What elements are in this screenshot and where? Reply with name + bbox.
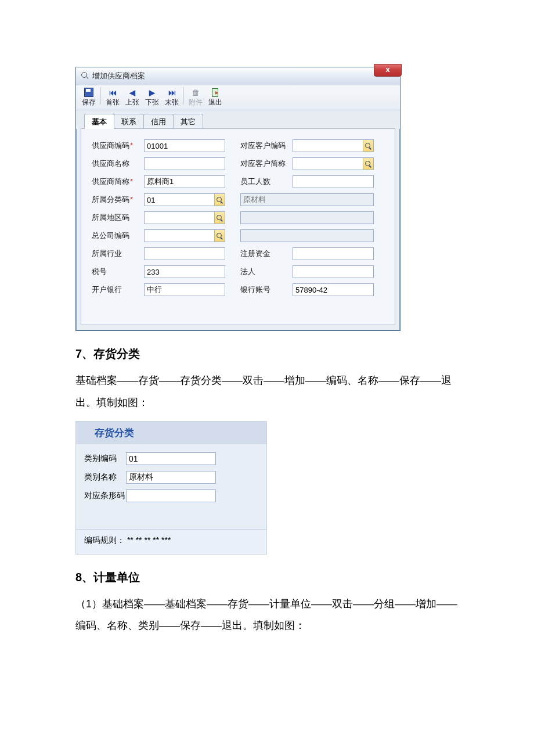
last-icon: ⏭ — [167, 88, 176, 97]
paragraph-8: （1）基础档案——基础档案——存货——计量单位——双击——分组——增加——编码、… — [75, 593, 459, 638]
industry-label: 所属行业 — [92, 249, 144, 259]
dialog-title: 增加供应商档案 — [92, 71, 145, 81]
barcode-label: 对应条形码 — [84, 491, 126, 501]
cat-code-label: 所属分类码 — [92, 195, 144, 205]
hq-code-input[interactable] — [144, 229, 225, 242]
heading-8: 8、计量单位 — [75, 570, 459, 585]
cust-code-label: 对应客户编码 — [240, 141, 293, 151]
paragraph-7: 基础档案——存货——存货分类——双击——增加——编码、名称——保存——退出。填制… — [75, 370, 459, 414]
cat-name-label: 类别名称 — [84, 472, 126, 483]
first-icon: ⏮ — [108, 88, 117, 97]
lookup-icon[interactable] — [214, 212, 225, 224]
exit-icon — [211, 88, 220, 97]
tab-credit[interactable]: 信用 — [143, 114, 174, 129]
code-rule: 编码规则： ** ** ** ** *** — [76, 529, 266, 554]
legal-input[interactable] — [293, 265, 374, 278]
legal-label: 法人 — [240, 267, 293, 277]
cat-name-input[interactable]: 原材料 — [126, 471, 216, 484]
hq-name-display — [240, 229, 374, 242]
prev-button[interactable]: ◀ 上张 — [123, 87, 142, 109]
staff-input[interactable] — [293, 175, 374, 188]
region-code-input[interactable] — [144, 211, 225, 224]
vendor-code-input[interactable]: 01001 — [144, 139, 225, 152]
toolbar-sep — [183, 87, 184, 105]
tab-row: 基本 联系 信用 其它 — [76, 110, 400, 129]
hq-code-label: 总公司编码 — [92, 231, 144, 241]
staff-label: 员工人数 — [240, 177, 293, 187]
save-icon — [84, 88, 93, 97]
heading-7: 7、存货分类 — [75, 346, 459, 362]
vendor-name-label: 供应商名称 — [92, 159, 144, 169]
industry-input[interactable] — [144, 247, 225, 260]
attach-icon: 🗑 — [191, 88, 200, 97]
tab-contact[interactable]: 联系 — [114, 114, 144, 129]
vendor-short-label: 供应商简称 — [92, 177, 144, 187]
tab-other[interactable]: 其它 — [173, 114, 203, 129]
region-code-label: 所属地区码 — [92, 213, 144, 223]
acct-label: 银行账号 — [240, 285, 293, 295]
cat-code-label: 类别编码 — [84, 453, 126, 464]
next-icon: ▶ — [147, 88, 157, 97]
tab-basic[interactable]: 基本 — [84, 114, 114, 129]
vendor-name-input[interactable] — [144, 157, 225, 170]
inventory-category-panel: 存货分类 类别编码 01 类别名称 原材料 对应条形码 编码规则： ** ** … — [75, 421, 267, 555]
lookup-icon[interactable] — [214, 230, 225, 242]
tax-input[interactable]: 233 — [144, 265, 225, 278]
cust-short-input[interactable] — [293, 157, 374, 170]
acct-input[interactable]: 57890-42 — [293, 283, 374, 296]
attach-button[interactable]: 🗑 附件 — [186, 87, 205, 109]
supplier-dialog: 增加供应商档案 x 保存 ⏮ 首张 ◀ 上张 ▶ 下张 ⏭ 末张 — [75, 67, 400, 331]
vendor-code-label: 供应商编码 — [92, 141, 144, 151]
lookup-icon[interactable] — [214, 194, 225, 206]
dialog-titlebar: 增加供应商档案 x — [76, 67, 400, 85]
close-button[interactable]: x — [374, 64, 402, 77]
exit-button[interactable]: 退出 — [206, 87, 225, 109]
barcode-input[interactable] — [126, 489, 216, 502]
panel-title: 存货分类 — [76, 422, 266, 444]
reg-cap-input[interactable] — [293, 247, 374, 260]
reg-cap-label: 注册资金 — [240, 249, 293, 259]
cat-name-display: 原材料 — [240, 193, 374, 206]
lookup-icon[interactable] — [363, 158, 373, 170]
toolbar: 保存 ⏮ 首张 ◀ 上张 ▶ 下张 ⏭ 末张 🗑 附件 — [76, 85, 400, 110]
tab-body-basic: 供应商编码 01001 供应商名称 供应商简称 原料商1 所属分类码 01 — [81, 128, 395, 325]
cat-code-input[interactable]: 01 — [126, 452, 216, 465]
cust-code-input[interactable] — [293, 139, 374, 152]
next-button[interactable]: ▶ 下张 — [143, 87, 161, 109]
bank-input[interactable]: 中行 — [144, 283, 225, 296]
tax-label: 税号 — [92, 267, 144, 277]
toolbar-sep — [100, 87, 101, 105]
prev-icon: ◀ — [128, 88, 137, 97]
first-button[interactable]: ⏮ 首张 — [103, 87, 122, 109]
bank-label: 开户银行 — [92, 285, 144, 295]
save-button[interactable]: 保存 — [80, 87, 98, 109]
magnifier-icon — [81, 71, 90, 81]
vendor-short-input[interactable]: 原料商1 — [144, 175, 225, 188]
cat-code-input[interactable]: 01 — [144, 193, 225, 206]
region-name-display — [240, 211, 374, 224]
lookup-icon[interactable] — [363, 140, 373, 152]
last-button[interactable]: ⏭ 末张 — [163, 87, 181, 109]
cust-short-label: 对应客户简称 — [240, 159, 293, 169]
